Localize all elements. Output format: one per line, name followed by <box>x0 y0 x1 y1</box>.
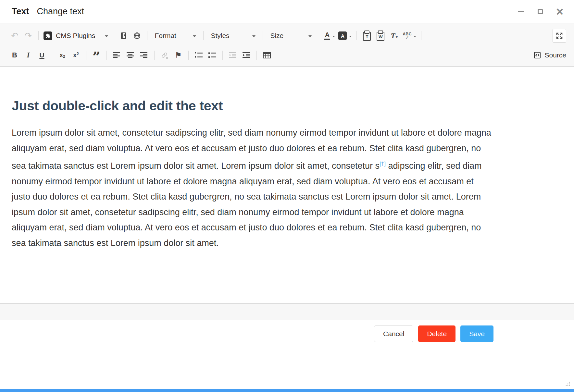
increase-indent-button[interactable] <box>240 48 253 62</box>
toolbar-separator <box>113 31 113 40</box>
table-icon <box>263 52 271 58</box>
cms-plugins-dropdown[interactable]: CMS Plugins <box>42 29 110 43</box>
format-dropdown[interactable]: Format <box>151 29 200 43</box>
italic-icon: I <box>27 51 30 59</box>
window-controls: × <box>516 7 564 16</box>
toolbar-separator <box>86 51 86 60</box>
close-button[interactable]: × <box>555 7 564 16</box>
footnote-marker[interactable]: [†] <box>380 161 386 167</box>
content-heading[interactable]: Just double-click and edit the text <box>12 98 492 114</box>
minimize-button[interactable] <box>516 7 525 16</box>
numbered-list-button[interactable] <box>192 48 206 62</box>
subscript-icon: x2 <box>59 52 65 59</box>
paste-text-icon: T <box>363 32 371 41</box>
save-button[interactable]: Save <box>460 325 493 342</box>
size-label: Size <box>270 32 283 40</box>
table-button[interactable] <box>260 48 274 62</box>
styles-dropdown[interactable]: Styles <box>207 29 259 43</box>
undo-icon: ↶ <box>11 31 19 40</box>
book-icon <box>119 32 127 40</box>
chevron-down-icon <box>332 36 335 37</box>
redo-icon: ↷ <box>25 31 32 40</box>
modal-titlebar[interactable]: Text Change text × <box>0 0 574 23</box>
toolbar-separator <box>319 31 319 40</box>
text-color-button[interactable]: A <box>322 29 337 43</box>
unlink-button[interactable] <box>158 48 171 62</box>
blockquote-icon: ” <box>93 51 100 59</box>
toolbar-separator <box>147 31 147 40</box>
cancel-button[interactable]: Cancel <box>374 325 413 342</box>
background-color-button[interactable]: A <box>337 29 353 43</box>
remove-format-button[interactable]: T x <box>387 29 401 43</box>
remove-format-icon: T x <box>391 32 398 40</box>
decrease-indent-icon <box>229 52 237 58</box>
book-button[interactable] <box>117 29 130 43</box>
subscript-button[interactable]: x2 <box>56 48 69 62</box>
spellcheck-button[interactable]: ABC ✓ <box>401 29 418 43</box>
anchor-button[interactable]: ⚑ <box>171 48 185 62</box>
modal-bottom-bar <box>0 389 574 392</box>
maximize-icon <box>538 9 543 14</box>
background-color-icon: A <box>338 31 347 40</box>
align-center-button[interactable] <box>124 48 137 62</box>
modal-title: Change text <box>37 6 84 17</box>
size-dropdown[interactable]: Size <box>266 29 316 43</box>
italic-button[interactable]: I <box>21 48 35 62</box>
content-paragraph[interactable]: Lorem ipsum dolor sit amet, consetetur s… <box>12 125 492 251</box>
chevron-down-icon <box>414 36 416 37</box>
toolbar-separator <box>188 51 189 60</box>
text-color-icon: A <box>324 31 330 40</box>
resize-grip-icon[interactable] <box>565 381 570 386</box>
toolbar-separator <box>203 31 204 40</box>
source-code-icon <box>533 51 541 59</box>
bold-button[interactable]: B <box>8 48 21 62</box>
underline-icon: U <box>39 51 44 59</box>
editor-content-area[interactable]: Just double-click and edit the text Lore… <box>0 67 574 303</box>
format-label: Format <box>155 32 176 40</box>
superscript-button[interactable]: x2 <box>69 48 83 62</box>
decrease-indent-button[interactable] <box>226 48 240 62</box>
redo-button[interactable]: ↷ <box>21 29 35 43</box>
paste-from-word-icon: W <box>377 32 384 41</box>
maximize-window-button[interactable] <box>536 7 545 16</box>
align-center-icon <box>127 52 134 58</box>
align-right-icon <box>140 52 148 58</box>
increase-indent-icon <box>243 52 250 58</box>
chevron-down-icon <box>105 35 108 37</box>
editor-toolbar: ↶ ↷ CMS Plugins Format <box>0 23 574 67</box>
toolbar-separator <box>421 31 421 40</box>
source-button[interactable]: Source <box>533 51 566 59</box>
toolbar-separator <box>52 51 52 60</box>
source-label: Source <box>544 51 566 59</box>
plugin-type-label: Text <box>12 6 29 17</box>
toolbar-separator <box>106 51 107 60</box>
bullet-list-button[interactable] <box>206 48 219 62</box>
expand-arrows-icon <box>556 32 563 39</box>
chevron-down-icon <box>252 35 256 37</box>
paste-from-word-button[interactable]: W <box>374 29 387 43</box>
toolbar-row-2: B I U x2 x2 ” <box>8 46 566 64</box>
underline-button[interactable]: U <box>35 48 49 62</box>
toolbar-separator <box>277 51 277 60</box>
align-left-button[interactable] <box>110 48 124 62</box>
unlink-icon <box>161 51 168 59</box>
paragraph-text-2: adipscing elitr, sed diam nonumy eirmod … <box>12 161 482 248</box>
styles-label: Styles <box>211 32 229 40</box>
globe-button[interactable] <box>130 29 144 43</box>
puzzle-icon <box>44 31 52 40</box>
toolbar-separator <box>356 31 357 40</box>
modal-action-bar: Cancel Delete Save <box>0 320 574 389</box>
toolbar-separator <box>256 51 257 60</box>
globe-icon <box>133 32 141 40</box>
toolbar-separator <box>154 51 155 60</box>
flag-icon: ⚑ <box>175 51 182 59</box>
cms-plugins-label: CMS Plugins <box>56 32 95 40</box>
undo-button[interactable]: ↶ <box>8 29 21 43</box>
delete-button[interactable]: Delete <box>418 325 455 342</box>
blockquote-button[interactable]: ” <box>90 48 103 62</box>
paste-text-button[interactable]: T <box>360 29 374 43</box>
maximize-editor-button[interactable] <box>553 29 566 43</box>
bullet-list-icon <box>208 52 217 59</box>
align-right-button[interactable] <box>137 48 151 62</box>
toolbar-row-1: ↶ ↷ CMS Plugins Format <box>8 25 566 46</box>
